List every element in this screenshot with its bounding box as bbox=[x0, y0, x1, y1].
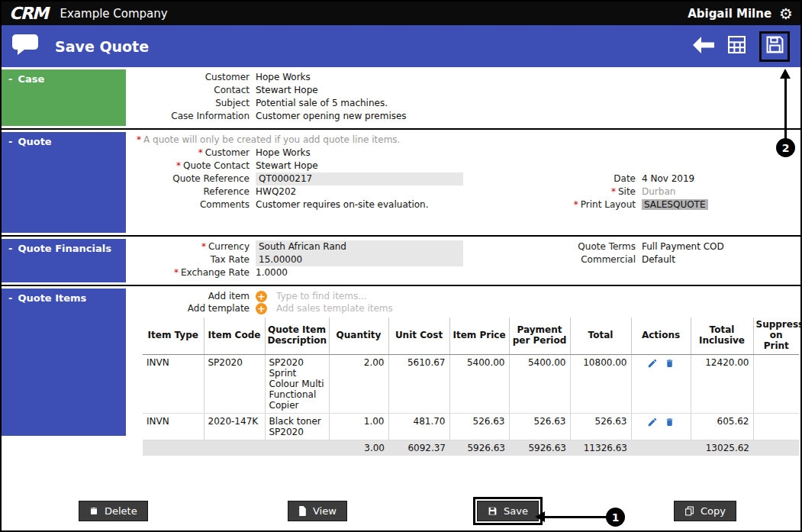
gear-icon[interactable]: ⚙ bbox=[779, 6, 793, 21]
sidebar-quote-items[interactable]: -Quote Items bbox=[2, 289, 126, 436]
find-items-input[interactable] bbox=[276, 291, 459, 302]
collapse-icon[interactable]: - bbox=[8, 292, 12, 304]
quote-financials-content: *Currency South African Rand Tax Rate 15… bbox=[126, 237, 800, 285]
field-label: Commercial bbox=[497, 253, 642, 266]
app-bar: Save Quote bbox=[2, 25, 800, 67]
cell-total-inclusive: 605.62 bbox=[691, 414, 753, 440]
field-label: Customer bbox=[205, 147, 250, 158]
field-value: Customer opening new premises bbox=[256, 110, 407, 123]
field-label: Quote Contact bbox=[183, 160, 250, 171]
field-label: Exchange Rate bbox=[181, 267, 250, 278]
add-template-plus-icon[interactable]: + bbox=[256, 303, 267, 314]
field-label: Currency bbox=[208, 241, 250, 252]
view-button[interactable]: View bbox=[288, 501, 347, 521]
annotation-step-2-badge: 2 bbox=[776, 138, 795, 157]
cell-item-type: INVN bbox=[143, 355, 204, 414]
field-value: Hope Works bbox=[256, 147, 311, 160]
field-label: Site bbox=[618, 186, 636, 197]
collapse-icon[interactable]: - bbox=[8, 136, 12, 147]
field-value: Stewart Hope bbox=[256, 160, 318, 172]
annotation-arrow-2-line bbox=[784, 78, 787, 139]
page-title: Save Quote bbox=[55, 38, 149, 55]
field-value: Stewart Hope bbox=[256, 84, 318, 97]
field-label: Case Information bbox=[132, 110, 256, 123]
edit-pencil-icon[interactable] bbox=[645, 416, 660, 427]
required-marker: * bbox=[201, 241, 206, 252]
cell-suppress-on-print bbox=[753, 414, 799, 440]
col-total: Total bbox=[570, 318, 631, 355]
totals-quantity: 3.00 bbox=[329, 440, 388, 456]
cell-suppress-on-print bbox=[753, 355, 799, 414]
delete-button[interactable]: Delete bbox=[79, 501, 148, 521]
col-item-price: Item Price bbox=[449, 318, 509, 355]
table-row: INVN SP2020 SP2020 Sprint Colour Multi F… bbox=[143, 355, 799, 414]
col-total-inclusive: Total Inclusive bbox=[691, 318, 753, 355]
field-label: Tax Rate bbox=[132, 253, 256, 266]
save-icon-highlight-box bbox=[759, 31, 790, 62]
field-subject: Subject Potential sale of 5 machines. bbox=[132, 97, 796, 110]
save-button-label: Save bbox=[504, 505, 528, 517]
quote-reference-field: QT0000217 bbox=[256, 172, 463, 185]
sidebar-quote[interactable]: -Quote bbox=[2, 132, 126, 233]
cell-payment-per-period: 526.63 bbox=[509, 414, 570, 440]
cell-description: SP2020 Sprint Colour Multi Functional Co… bbox=[265, 355, 329, 414]
field-label: Customer bbox=[132, 71, 256, 84]
delete-trash-icon[interactable] bbox=[662, 416, 677, 427]
copy-button[interactable]: Copy bbox=[674, 501, 736, 521]
required-marker: * bbox=[611, 186, 616, 197]
field-value: Default bbox=[642, 253, 675, 266]
case-content: Customer Hope Works Contact Stewart Hope… bbox=[126, 67, 800, 128]
back-arrow-icon[interactable] bbox=[693, 37, 714, 56]
required-marker: * bbox=[198, 147, 203, 158]
totals-row: 3.00 6092.37 5926.63 5926.63 11326.63 13… bbox=[143, 440, 799, 456]
field-label: Date bbox=[497, 172, 642, 185]
col-actions: Actions bbox=[631, 318, 691, 355]
field-value: Hope Works bbox=[256, 71, 311, 84]
cell-total: 526.63 bbox=[570, 414, 631, 440]
quote-notice-text: A quote will only be created if you add … bbox=[143, 134, 400, 145]
copy-button-label: Copy bbox=[701, 505, 726, 517]
field-quote-terms: Quote Terms Full Payment COD bbox=[497, 240, 796, 253]
col-unit-cost: Unit Cost bbox=[388, 318, 449, 355]
field-value: HWQ202 bbox=[256, 185, 296, 198]
delete-trash-icon[interactable] bbox=[662, 357, 677, 368]
add-item-label: Add item bbox=[132, 291, 256, 302]
table-row: INVN 2020-147K Black toner SP2020 1.00 4… bbox=[143, 414, 799, 440]
collapse-icon[interactable]: - bbox=[8, 73, 12, 85]
quote-right-column: Date 4 Nov 2019 *Site Durban *Print Layo… bbox=[497, 147, 796, 211]
totals-unit-cost: 6092.37 bbox=[388, 440, 449, 456]
totals-total-inclusive: 13025.62 bbox=[691, 440, 753, 456]
add-item-row: Add item + bbox=[132, 290, 799, 302]
chat-bubble-icon bbox=[12, 34, 38, 58]
cell-unit-cost: 5610.67 bbox=[388, 355, 449, 414]
cell-item-type: INVN bbox=[143, 414, 204, 440]
field-label: Subject bbox=[132, 97, 256, 110]
field-value: Full Payment COD bbox=[642, 240, 724, 253]
totals-item-price: 5926.63 bbox=[449, 440, 509, 456]
field-label: Reference bbox=[132, 185, 256, 198]
sidebar-quote-financials[interactable]: -Quote Financials bbox=[2, 239, 126, 282]
save-icon[interactable] bbox=[765, 35, 784, 57]
grid-icon[interactable] bbox=[728, 36, 746, 56]
quote-section: -Quote *A quote will only be created if … bbox=[2, 130, 800, 235]
print-layout-select[interactable]: SALESQUOTE bbox=[642, 199, 708, 210]
cell-quantity: 1.00 bbox=[329, 414, 388, 440]
field-case-information: Case Information Customer opening new pr… bbox=[132, 110, 796, 123]
collapse-icon[interactable]: - bbox=[8, 243, 12, 254]
field-value: Potential sale of 5 machines. bbox=[256, 97, 388, 110]
table-header-row: Item Type Item Code Quote Item Descripti… bbox=[143, 318, 799, 355]
add-template-input[interactable] bbox=[276, 303, 459, 314]
required-marker: * bbox=[176, 160, 181, 171]
cell-item-price: 526.63 bbox=[449, 414, 509, 440]
quote-financials-section: -Quote Financials *Currency South Africa… bbox=[2, 237, 800, 285]
sidebar-case[interactable]: -Case bbox=[2, 69, 126, 126]
add-item-plus-icon[interactable]: + bbox=[256, 291, 267, 302]
field-customer: Customer Hope Works bbox=[132, 71, 796, 84]
sidebar-quote-items-label: Quote Items bbox=[18, 292, 86, 304]
required-marker: * bbox=[174, 267, 179, 278]
edit-pencil-icon[interactable] bbox=[645, 357, 660, 368]
tax-rate-field: 15.00000 bbox=[256, 253, 463, 266]
save-button[interactable]: Save bbox=[477, 501, 539, 521]
field-value: Customer requires on-site evaluation. bbox=[256, 198, 429, 211]
quote-items-table: Item Type Item Code Quote Item Descripti… bbox=[143, 318, 799, 456]
